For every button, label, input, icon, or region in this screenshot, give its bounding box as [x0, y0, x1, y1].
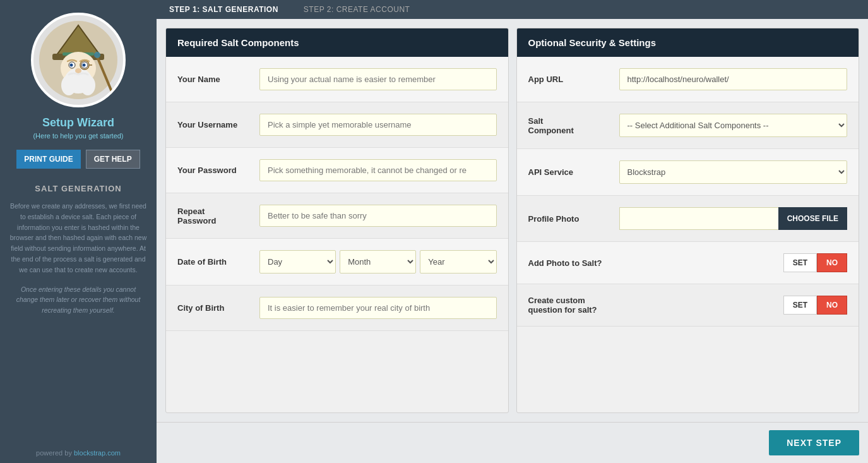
optional-security-header: Optional Security & Settings — [517, 28, 859, 57]
your-username-row: Your Username — [166, 102, 508, 148]
your-password-row: Your Password — [166, 148, 508, 193]
top-nav: STEP 1: SALT GENERATION STEP 2: CREATE A… — [157, 0, 868, 19]
profile-photo-row: Profile Photo CHOOSE FILE — [517, 196, 859, 242]
salt-component-select[interactable]: -- Select Additional Salt Components -- — [619, 114, 848, 137]
custom-question-row: Create custom question for salt? SET NO — [517, 284, 859, 327]
svg-point-11 — [83, 64, 86, 67]
add-photo-label: Add Photo to Salt? — [528, 258, 610, 268]
file-row: CHOOSE FILE — [619, 207, 848, 230]
powered-by: powered by blockstrap.com — [36, 449, 121, 457]
your-username-input[interactable] — [259, 114, 497, 136]
sidebar: Setup Wizard (Here to help you get start… — [0, 0, 157, 463]
salt-component-label: Salt Component — [528, 116, 610, 135]
repeat-password-label: RepeatPassword — [177, 207, 259, 225]
custom-question-no-button[interactable]: NO — [817, 296, 847, 315]
add-photo-set-button[interactable]: SET — [783, 253, 817, 272]
your-password-label: Your Password — [177, 165, 259, 175]
your-name-input[interactable] — [259, 68, 497, 90]
api-service-label: API Service — [528, 167, 610, 177]
dob-year-select[interactable]: Year 2005200019951990 1985198019751970 1… — [420, 250, 496, 274]
add-photo-no-button[interactable]: NO — [817, 253, 847, 272]
salt-generation-desc: Before we create any addresses, we first… — [9, 201, 147, 275]
blockstrap-link[interactable]: blockstrap.com — [74, 449, 121, 457]
add-photo-set-no: SET NO — [783, 253, 847, 272]
app-url-row: App URL — [517, 57, 859, 102]
svg-point-14 — [75, 68, 81, 73]
profile-photo-label: Profile Photo — [528, 214, 610, 224]
required-salt-panel: Required Salt Components Your Name Your … — [165, 28, 509, 413]
wizard-title: Setup Wizard — [42, 116, 114, 129]
get-help-button[interactable]: GET HELP — [86, 150, 140, 169]
print-guide-button[interactable]: PRINT GUIDE — [16, 150, 80, 169]
api-service-row: API Service Blockstrap — [517, 149, 859, 196]
wizard-avatar-icon — [37, 19, 119, 101]
your-password-input[interactable] — [259, 159, 497, 181]
your-name-label: Your Name — [177, 75, 259, 84]
optional-security-body: App URL Salt Component -- Select Additio… — [517, 57, 859, 412]
salt-generation-desc2: Once entering these details you cannot c… — [9, 284, 147, 316]
avatar — [31, 13, 126, 107]
salt-component-row: Salt Component -- Select Additional Salt… — [517, 102, 859, 149]
salt-generation-title: SALT GENERATION — [35, 184, 121, 193]
step1-nav[interactable]: STEP 1: SALT GENERATION — [169, 5, 278, 14]
add-photo-row: Add Photo to Salt? SET NO — [517, 242, 859, 284]
svg-point-7 — [80, 75, 95, 95]
dob-month-select[interactable]: Month JanuaryFebruaryMarchApril MayJuneJ… — [340, 250, 416, 274]
bottom-bar: NEXT STEP — [157, 422, 868, 463]
next-step-button[interactable]: NEXT STEP — [769, 430, 859, 455]
svg-point-16 — [94, 52, 100, 58]
content-area: Required Salt Components Your Name Your … — [157, 19, 868, 422]
custom-question-set-button[interactable]: SET — [783, 296, 817, 315]
your-username-label: Your Username — [177, 120, 259, 129]
app-url-label: App URL — [528, 75, 610, 84]
api-service-select[interactable]: Blockstrap — [619, 160, 848, 184]
main-area: STEP 1: SALT GENERATION STEP 2: CREATE A… — [157, 0, 868, 463]
step2-nav[interactable]: STEP 2: CREATE ACCOUNT — [304, 5, 410, 14]
custom-question-label: Create custom question for salt? — [528, 296, 610, 315]
wizard-subtitle: (Here to help you get started) — [33, 132, 123, 140]
custom-question-set-no: SET NO — [783, 296, 847, 315]
city-of-birth-label: City of Birth — [177, 303, 259, 313]
repeat-password-row: RepeatPassword — [166, 193, 508, 239]
dob-label: Date of Birth — [177, 257, 259, 267]
dob-day-select[interactable]: Day 12345 678910 1112131415 1617181920 2… — [259, 250, 336, 274]
svg-point-6 — [61, 75, 76, 95]
city-of-birth-row: City of Birth — [166, 286, 508, 331]
city-of-birth-input[interactable] — [259, 297, 497, 319]
svg-point-10 — [70, 64, 73, 67]
sidebar-btn-row: PRINT GUIDE GET HELP — [16, 150, 140, 169]
required-salt-body: Your Name Your Username Your Password Re… — [166, 57, 508, 412]
dob-row: Date of Birth Day 12345 678910 111213141… — [166, 239, 508, 286]
app-url-input[interactable] — [619, 68, 848, 90]
your-name-row: Your Name — [166, 57, 508, 102]
dob-selects: Day 12345 678910 1112131415 1617181920 2… — [259, 250, 497, 274]
file-input-area — [619, 207, 778, 230]
required-salt-header: Required Salt Components — [166, 28, 508, 57]
optional-security-panel: Optional Security & Settings App URL Sal… — [516, 28, 860, 413]
choose-file-button[interactable]: CHOOSE FILE — [778, 207, 847, 230]
repeat-password-input[interactable] — [259, 205, 497, 227]
